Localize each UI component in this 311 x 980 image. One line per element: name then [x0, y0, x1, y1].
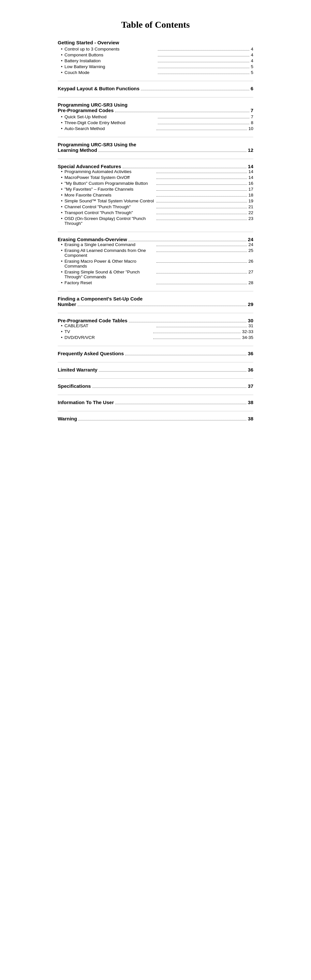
item-label: MacroPower Total System On/Off	[65, 175, 155, 180]
page-number: 10	[249, 126, 253, 131]
two-line-header: Programming URC-SR3 Using Pre-Programmed…	[58, 102, 253, 113]
page-number: 5	[251, 64, 253, 69]
page-number: 29	[248, 301, 253, 307]
divider	[58, 159, 253, 159]
page-number: 6	[251, 86, 253, 91]
bullet-icon: •	[61, 115, 62, 119]
toc-item: • DVD/DVR/VCR 34-35	[58, 335, 253, 340]
dot-leader	[158, 62, 250, 62]
section-title: Specifications	[58, 383, 91, 389]
page-number: 4	[251, 58, 253, 63]
item-label: Low Battery Warning	[65, 64, 156, 69]
dot-leader	[156, 202, 247, 202]
item-label: Programming Automated Activities	[65, 169, 155, 174]
section-row: Limited Warranty 36	[58, 367, 253, 372]
header-line1: Programming URC-SR3 Using	[58, 102, 253, 108]
header-line2: Number	[58, 301, 76, 307]
toc-item: • Couch Mode 5	[58, 70, 253, 75]
two-line-header: Programming URC-SR3 Using the Learning M…	[58, 142, 253, 153]
bullet-icon: •	[61, 192, 62, 197]
divider	[58, 81, 253, 81]
dot-leader	[156, 130, 247, 130]
bullet-icon: •	[61, 248, 62, 253]
item-label: Erasing All Learned Commands from One Co…	[65, 248, 155, 258]
item-label: Quick Set-Up Method	[65, 115, 156, 119]
item-label: CABLE/SAT	[65, 323, 155, 328]
bullet-icon: •	[61, 280, 62, 285]
item-label: More Favorite Channels	[65, 192, 155, 197]
page-number: 26	[249, 259, 253, 264]
item-label: Transport Control "Punch Through"	[65, 210, 155, 215]
toc-item: • TV 32-33	[58, 329, 253, 334]
toc-item: • MacroPower Total System On/Off 14	[58, 175, 253, 180]
page-number: 27	[249, 269, 253, 274]
bullet-icon: •	[61, 181, 62, 186]
item-label: DVD/DVR/VCR	[65, 335, 152, 340]
toc-item: • Factory Reset 28	[58, 280, 253, 285]
header-line2: Learning Method	[58, 147, 97, 153]
dot-leader	[156, 327, 247, 327]
section-code-tables: Pre-Programmed Code Tables 30 • CABLE/SA…	[58, 318, 253, 340]
page-number: 14	[249, 175, 253, 180]
bullet-icon: •	[61, 216, 62, 221]
bullet-icon: •	[61, 70, 62, 75]
bullet-icon: •	[61, 204, 62, 209]
section-row: Frequently Asked Questions 36	[58, 351, 253, 356]
header-line1: Finding a Component's Set-Up Code	[58, 296, 253, 301]
bullet-icon: •	[61, 64, 62, 69]
dot-leader	[156, 185, 247, 185]
dot-leader	[129, 322, 246, 322]
section-keypad: Keypad Layout & Button Functions 6	[58, 86, 253, 91]
page-number: 37	[248, 383, 253, 389]
dot-leader	[141, 90, 249, 90]
dot-leader	[99, 371, 246, 372]
page-number: 38	[248, 416, 253, 422]
item-label: "My Favorites" – Favorite Channels	[65, 187, 155, 192]
dot-leader	[158, 118, 250, 118]
toc-item: • Low Battery Warning 5	[58, 64, 253, 69]
page-number: 36	[248, 367, 253, 372]
item-label: "My Button" Custom Programmable Button	[65, 181, 155, 186]
section-row: Keypad Layout & Button Functions 6	[58, 86, 253, 91]
item-label: Battery Installation	[65, 58, 156, 63]
item-label: Erasing a Single Learned Command	[65, 242, 155, 247]
section-row: Erasing Commands-Overview 24	[58, 237, 253, 242]
bullet-icon: •	[61, 269, 62, 274]
dot-leader	[128, 241, 247, 241]
section-row: Specifications 37	[58, 383, 253, 389]
toc-item: • Erasing a Single Learned Command 24	[58, 242, 253, 247]
item-label: Couch Mode	[65, 70, 156, 75]
dot-leader	[156, 190, 247, 191]
toc-item: • Three-Digit Code Entry Method 8	[58, 120, 253, 125]
section-row: Warning 38	[58, 416, 253, 422]
item-label: Three-Digit Code Entry Method	[65, 120, 156, 125]
toc-item: • Simple Sound™ Total System Volume Cont…	[58, 199, 253, 204]
page-number: 30	[248, 318, 253, 323]
page-number: 36	[248, 351, 253, 356]
section-getting-started: Getting Started - Overview • Control up …	[58, 40, 253, 75]
section-warranty: Limited Warranty 36	[58, 367, 253, 372]
item-label: Factory Reset	[65, 280, 155, 285]
header-line2-row: Pre-Programmed Codes 7	[58, 108, 253, 113]
item-label: Simple Sound™ Total System Volume Contro…	[65, 199, 155, 204]
page-number: 17	[249, 187, 253, 192]
page-number: 18	[249, 192, 253, 197]
page-container: Table of Contents Getting Started - Over…	[45, 0, 266, 980]
two-line-header: Finding a Component's Set-Up Code Number…	[58, 296, 253, 307]
section-faq: Frequently Asked Questions 36	[58, 351, 253, 356]
toc-item: • CABLE/SAT 31	[58, 323, 253, 328]
divider	[58, 411, 253, 411]
bullet-icon: •	[61, 329, 62, 334]
page-number: 16	[249, 181, 253, 186]
page-number: 25	[249, 248, 253, 253]
bullet-icon: •	[61, 259, 62, 264]
bullet-icon: •	[61, 242, 62, 247]
page-number: 24	[248, 237, 253, 242]
toc-item: • More Favorite Channels 18	[58, 192, 253, 197]
dot-leader	[156, 220, 247, 220]
toc-item: • Component Buttons 4	[58, 52, 253, 57]
item-label: Channel Control "Punch Through"	[65, 204, 155, 209]
toc-item: • Programming Automated Activities 14	[58, 169, 253, 174]
page-number: 8	[251, 120, 253, 125]
dot-leader	[158, 56, 250, 56]
